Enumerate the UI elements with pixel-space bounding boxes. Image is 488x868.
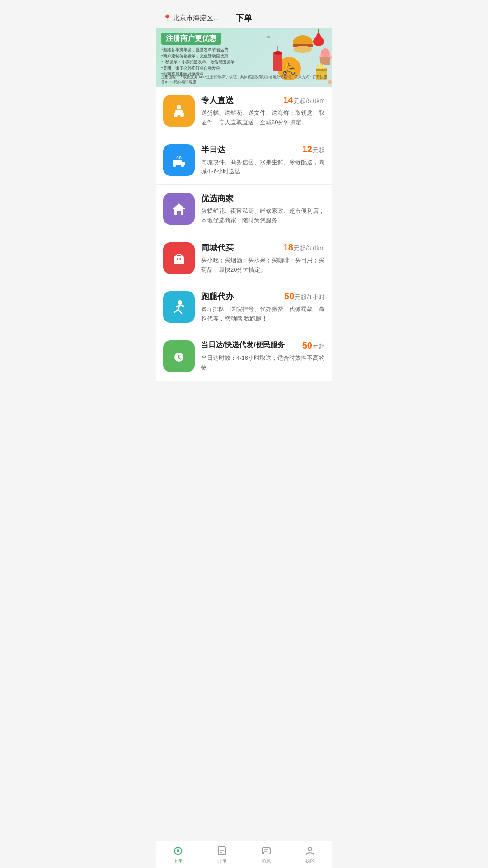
service-icon-proxy-buy [163, 242, 195, 274]
service-price-express: 14元起/5.0km [283, 95, 325, 105]
svg-rect-27 [174, 113, 184, 115]
svg-point-19 [267, 36, 270, 38]
proxy-buy-icon-svg [170, 249, 188, 267]
price-unit-express: 元起/5.0km [293, 97, 325, 104]
service-price-proxy-buy: 18元起/3.0km [283, 242, 325, 253]
svg-point-32 [173, 165, 176, 167]
svg-point-17 [273, 51, 282, 55]
service-icon-same-day [163, 340, 195, 372]
price-num-errand: 50 [284, 291, 294, 301]
price-unit-half-day: 元起 [312, 146, 325, 154]
service-desc-proxy-buy: 买小吃；买烟酒；买水果；买咖啡；买日用；买药品；最快20分钟搞定。 [201, 256, 325, 275]
price-num-same-day: 50 [302, 340, 312, 350]
half-day-icon-svg: 4h [170, 151, 188, 169]
service-top-express: 专人直送 14元起/5.0km [201, 95, 325, 106]
banner-footer: 注册流程：下载快服务 APP 注册账号-商户认证，具体优惠政策联系当地分站咨询，… [161, 75, 328, 85]
errand-icon-svg [170, 298, 188, 316]
express-icon-svg [170, 102, 188, 120]
svg-point-8 [321, 48, 330, 57]
merchant-icon-svg [170, 200, 188, 218]
svg-rect-7 [320, 57, 330, 65]
service-list: 专人直送 14元起/5.0km 送蛋糕、送鲜花、送文件、送海鲜；取钥匙、取证件，… [156, 87, 332, 381]
banner-line-4: *美团、饿了么外卖订单自动发单 [161, 66, 259, 72]
service-content-express: 专人直送 14元起/5.0km 送蛋糕、送鲜花、送文件、送海鲜；取钥匙、取证件，… [201, 95, 325, 127]
service-price-errand: 50元起/1小时 [284, 291, 325, 302]
service-icon-errand [163, 291, 195, 323]
status-bar [156, 0, 332, 9]
service-content-errand: 跑腿代办 50元起/1小时 餐厅排队、医院挂号、代办缴费、代缴罚款、遛狗代养，您… [201, 291, 325, 324]
svg-rect-13 [316, 69, 327, 71]
service-price-half-day: 12元起 [302, 144, 325, 155]
service-name-same-day: 当日达/快递代发/便民服务 [201, 340, 285, 350]
location-pin-icon: 📍 [163, 14, 171, 22]
service-desc-merchant: 蛋糕鲜花、夜宵私厨、维修家政、超市便利店，本地优选商家，随时为您服务 [201, 207, 325, 226]
svg-rect-11 [320, 63, 322, 70]
service-content-merchant: 优选商家 蛋糕鲜花、夜宵私厨、维修家政、超市便利店，本地优选商家，随时为您服务 [201, 193, 325, 226]
banner-line-1: *顺路多单拼单发，批量发单节省运费 [161, 47, 259, 53]
service-icon-express [163, 95, 195, 127]
service-desc-express: 送蛋糕、送鲜花、送文件、送海鲜；取钥匙、取证件，专人直取直送，全城60分钟搞定。 [201, 108, 325, 127]
price-num-express: 14 [283, 95, 293, 105]
header: 📍 北京市海淀区... 下单 [156, 9, 332, 28]
service-item-same-day[interactable]: 当日达/快递代发/便民服务 50元起 当日达时效：4-16小时取送，适合时效性不… [156, 332, 332, 381]
service-content-proxy-buy: 同城代买 18元起/3.0km 买小吃；买烟酒；买水果；买咖啡；买日用；买药品；… [201, 242, 325, 275]
price-unit-proxy-buy: 元起/3.0km [293, 245, 325, 252]
price-unit-same-day: 元起 [312, 343, 325, 350]
service-top-same-day: 当日达/快递代发/便民服务 50元起 [201, 340, 325, 351]
banner-title: 注册商户更优惠 [161, 33, 221, 45]
page-title: 下单 [236, 13, 252, 24]
svg-rect-10 [317, 64, 319, 70]
price-num-proxy-buy: 18 [283, 242, 293, 252]
service-name-express: 专人直送 [201, 95, 234, 106]
svg-point-4 [313, 37, 324, 46]
service-desc-same-day: 当日达时效：4-16小时取送，适合时效性不高的物 [201, 354, 325, 373]
price-unit-errand: 元起/1小时 [294, 293, 325, 301]
svg-point-2 [294, 46, 312, 53]
svg-point-23 [177, 105, 181, 109]
service-item-errand[interactable]: 跑腿代办 50元起/1小时 餐厅排队、医院挂号、代办缴费、代缴罚款、遛狗代养，您… [156, 283, 332, 332]
service-top-errand: 跑腿代办 50元起/1小时 [201, 291, 325, 302]
service-item-express[interactable]: 专人直送 14元起/5.0km 送蛋糕、送鲜花、送文件、送海鲜；取钥匙、取证件，… [156, 87, 332, 136]
svg-rect-39 [174, 256, 184, 264]
service-icon-half-day: 4h [163, 144, 195, 176]
svg-point-20 [328, 80, 332, 84]
svg-rect-37 [177, 211, 181, 215]
service-desc-errand: 餐厅排队、医院挂号、代办缴费、代缴罚款、遛狗代养，您动嘴 我跑腿！ [201, 305, 325, 324]
location-text: 北京市海淀区... [173, 14, 219, 23]
service-top-half-day: 半日达 12元起 [201, 144, 325, 155]
service-name-errand: 跑腿代办 [201, 291, 234, 302]
service-icon-merchant [163, 193, 195, 225]
service-item-half-day[interactable]: 4h 半日达 12元起 同城快件、商务信函、水果生鲜、冷链配送，同城4~6小时送… [156, 136, 332, 185]
banner-text: *顺路多单拼单发，批量发单节省运费 *商户定制价格发单，充值活动更优惠 *1秒发… [161, 47, 259, 78]
service-top-proxy-buy: 同城代买 18元起/3.0km [201, 242, 325, 253]
service-price-same-day: 50元起 [302, 340, 325, 351]
banner-line-2: *商户定制价格发单，充值活动更优惠 [161, 53, 259, 60]
svg-point-33 [181, 165, 184, 167]
service-name-merchant: 优选商家 [201, 193, 234, 204]
service-item-merchant[interactable]: 优选商家 蛋糕鲜花、夜宵私厨、维修家政、超市便利店，本地优选商家，随时为您服务 [156, 185, 332, 234]
service-name-half-day: 半日达 [201, 144, 225, 155]
same-day-icon-svg [170, 347, 188, 365]
service-content-half-day: 半日达 12元起 同城快件、商务信函、水果生鲜、冷链配送，同城4~6小时送达 [201, 144, 325, 177]
svg-rect-16 [273, 53, 282, 71]
svg-rect-52 [176, 353, 182, 355]
svg-text:4h: 4h [176, 155, 182, 160]
promo-banner[interactable]: 注册商户更优惠 *顺路多单拼单发，批量发单节省运费 *商户定制价格发单，充值活动… [156, 28, 332, 87]
service-desc-half-day: 同城快件、商务信函、水果生鲜、冷链配送，同城4~6小时送达 [201, 158, 325, 177]
service-content-same-day: 当日达/快递代发/便民服务 50元起 当日达时效：4-16小时取送，适合时效性不… [201, 340, 325, 373]
service-item-proxy-buy[interactable]: 同城代买 18元起/3.0km 买小吃；买烟酒；买水果；买咖啡；买日用；买药品；… [156, 234, 332, 283]
svg-rect-12 [323, 64, 324, 70]
service-name-proxy-buy: 同城代买 [201, 242, 234, 253]
price-num-half-day: 12 [302, 144, 312, 154]
content-area: 注册商户更优惠 *顺路多单拼单发，批量发单节省运费 *商户定制价格发单，充值活动… [156, 28, 332, 410]
location-button[interactable]: 📍 北京市海淀区... [163, 14, 219, 23]
banner-line-3: *1秒发单：小票拍照发单、微信截图发单 [161, 59, 259, 66]
svg-rect-24 [175, 110, 183, 113]
service-top-merchant: 优选商家 [201, 193, 325, 204]
svg-text:🛵: 🛵 [282, 62, 296, 75]
